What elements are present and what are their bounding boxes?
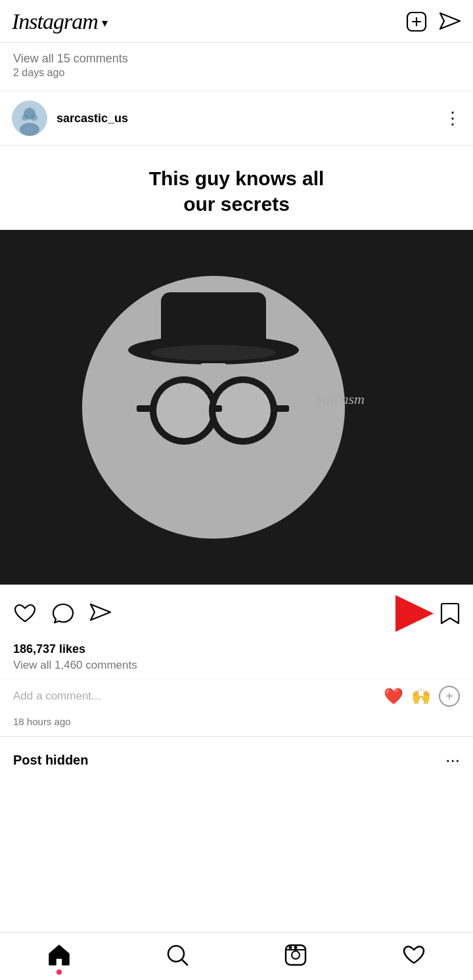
raised-hands-emoji[interactable]: 🙌 [411, 687, 431, 705]
svg-rect-19 [137, 405, 152, 412]
bottom-navigation [0, 932, 473, 980]
post-actions-left [13, 602, 112, 625]
svg-point-15 [156, 383, 212, 438]
reels-icon [284, 943, 307, 967]
search-icon [166, 943, 189, 967]
bookmark-icon [440, 602, 460, 625]
post-header: sarcastic_us ⋮ [0, 91, 473, 146]
view-all-comments-link-post[interactable]: View all 1,460 comments [13, 659, 460, 672]
share-icon [89, 603, 112, 624]
svg-point-6 [20, 123, 39, 136]
direct-messages-button[interactable] [439, 12, 461, 32]
app-logo: Instagram [12, 9, 98, 34]
app-header: Instagram ▾ [0, 0, 473, 43]
view-all-comments-link[interactable]: View all 15 comments [13, 52, 460, 66]
save-indicator [395, 595, 460, 632]
create-post-button[interactable] [406, 11, 427, 32]
post-time: 18 hours ago [0, 713, 473, 736]
svg-point-26 [292, 951, 300, 959]
post-username[interactable]: sarcastic_us [56, 112, 128, 125]
create-plus-icon [406, 11, 427, 32]
svg-marker-22 [91, 604, 110, 620]
avatar-image [12, 100, 47, 136]
svg-point-12 [151, 345, 276, 361]
heart-icon [13, 603, 37, 624]
heart-emoji[interactable]: ❤️ [384, 687, 403, 705]
post-caption: This guy knows all our secrets [0, 146, 473, 230]
header-left: Instagram ▾ [12, 9, 108, 34]
home-icon [47, 943, 71, 967]
hidden-post-more-icon[interactable]: ··· [445, 750, 460, 770]
post-more-options-button[interactable]: ⋮ [444, 108, 461, 129]
save-button[interactable] [440, 602, 460, 625]
avatar[interactable] [12, 100, 47, 136]
svg-rect-20 [273, 405, 289, 412]
post-content: This guy knows all our secrets [0, 146, 473, 585]
like-button[interactable] [13, 603, 37, 624]
post-image[interactable]: Sarcasm [0, 230, 473, 585]
svg-point-28 [289, 946, 292, 949]
header-actions [406, 11, 461, 32]
post-hidden-label: Post hidden [13, 753, 88, 768]
activity-heart-icon [402, 943, 426, 967]
comment-button[interactable] [51, 602, 75, 625]
red-arrow-indicator [395, 595, 434, 632]
svg-point-29 [294, 946, 298, 949]
nav-search-button[interactable] [166, 943, 189, 967]
svg-line-24 [182, 960, 187, 965]
svg-rect-13 [200, 363, 227, 383]
svg-text:Sarcasm: Sarcasm [315, 391, 365, 407]
add-comment-row: Add a comment... ❤️ 🙌 + [0, 679, 473, 713]
post-user-info: sarcastic_us [12, 100, 128, 136]
prev-post-comments: View all 15 comments 2 days ago [0, 43, 473, 91]
post-stats: 186,737 likes View all 1,460 comments [0, 642, 473, 679]
add-comment-input[interactable]: Add a comment... [13, 690, 101, 703]
post-image-svg: Sarcasm [62, 233, 411, 581]
dropdown-chevron-icon[interactable]: ▾ [102, 16, 108, 30]
direct-messages-icon [439, 12, 461, 32]
add-emoji-button[interactable]: + [439, 686, 460, 707]
svg-point-8 [31, 114, 37, 121]
hidden-post-preview: Post hidden ··· [0, 736, 473, 777]
svg-point-17 [215, 383, 271, 438]
comment-emoji-options: ❤️ 🙌 + [384, 686, 460, 707]
red-arrow-icon [395, 595, 434, 632]
likes-count: 186,737 likes [13, 642, 460, 656]
nav-reels-button[interactable] [284, 943, 307, 967]
svg-point-7 [22, 114, 28, 121]
share-button[interactable] [89, 603, 112, 624]
svg-rect-18 [213, 405, 222, 412]
nav-activity-button[interactable] [402, 943, 426, 967]
nav-home-button[interactable] [47, 943, 71, 967]
post-actions [0, 585, 473, 642]
comment-icon [51, 602, 75, 625]
more-options-icon: ⋮ [444, 108, 461, 129]
svg-marker-3 [440, 13, 460, 29]
prev-post-time: 2 days ago [13, 67, 460, 88]
svg-rect-11 [161, 292, 266, 353]
